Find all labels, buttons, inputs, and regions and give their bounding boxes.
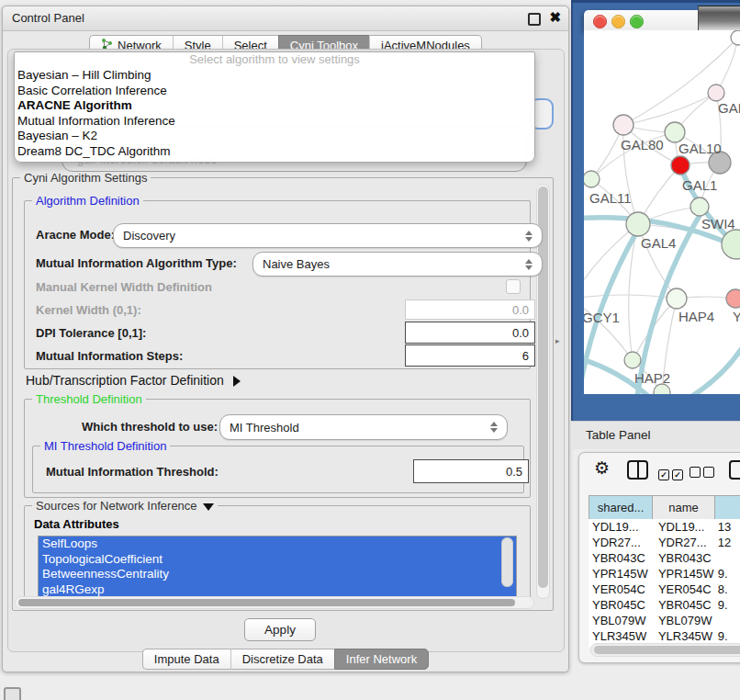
table-row[interactable]: YLR345WYLR345W9.	[589, 628, 740, 644]
apply-button[interactable]: Apply	[244, 618, 316, 641]
mi-threshold-value: 0.5	[506, 465, 522, 479]
network-edge	[584, 299, 633, 360]
split-pane-handle[interactable]: ▸	[555, 336, 560, 345]
sources-group-title[interactable]: Sources for Network Inference	[32, 499, 218, 513]
zoom-traffic-light[interactable]	[630, 15, 644, 28]
algorithm-option-bayesian-k2[interactable]: Bayesian – K2	[15, 129, 534, 144]
gear-icon[interactable]: ⚙	[594, 457, 610, 479]
algorithm-option-bayesian-hill-climbing[interactable]: Bayesian – Hill Climbing	[15, 68, 534, 84]
minimized-panel-icon[interactable]	[4, 687, 21, 700]
mi-threshold-group: MI Threshold Definition Mutual Informati…	[32, 446, 524, 493]
deselect-all-columns-icon[interactable]	[690, 465, 717, 481]
column-header-name[interactable]: name	[653, 495, 715, 520]
table-row[interactable]: YDR27...YDR27...12	[589, 535, 740, 550]
node-label-gal80: GAL80	[621, 137, 664, 152]
manual-kernel-checkbox[interactable]	[506, 279, 521, 294]
settings-horizontal-scrollbar-thumb[interactable]	[18, 599, 515, 606]
new-table-icon[interactable]	[729, 460, 740, 480]
aracne-mode-combobox[interactable]: Discovery	[113, 223, 543, 248]
network-node-hap4[interactable]	[667, 288, 687, 309]
table-panel-titlebar[interactable]: Table Panel	[571, 421, 740, 449]
mi-steps-field[interactable]: 6	[405, 344, 535, 367]
network-node-gal[interactable]	[708, 85, 724, 101]
cyni-mode-tabs: Impute DataDiscretize DataInfer Network	[3, 649, 568, 670]
which-threshold-combobox[interactable]: MI Threshold	[219, 414, 508, 440]
kernel-width-label: Kernel Width (0,1):	[36, 303, 141, 317]
network-edge	[716, 38, 738, 93]
split-columns-icon[interactable]	[627, 460, 648, 480]
dpi-tolerance-label: DPI Tolerance [0,1]:	[36, 326, 146, 340]
table-cell: 9.	[714, 628, 740, 644]
table-cell: 13	[714, 519, 740, 535]
attribute-item-gal4rgexp[interactable]: gal4RGexp	[39, 582, 516, 598]
table-cell: 9.	[714, 566, 740, 581]
network-node-gal4[interactable]	[626, 212, 650, 236]
table-cell: 8.	[714, 581, 740, 597]
select-all-columns-icon[interactable]: ✓✓	[658, 465, 686, 481]
algorithm-option-mutual-information-inference[interactable]: Mutual Information Inference	[15, 114, 534, 130]
mode-tab-impute-data[interactable]: Impute Data	[142, 649, 230, 670]
network-window-titlebar[interactable]	[584, 10, 698, 31]
settings-vertical-scrollbar-thumb[interactable]	[538, 186, 548, 588]
network-node-gal11[interactable]	[584, 171, 600, 187]
table-row[interactable]: YER054CYER054C8.	[589, 581, 740, 597]
close-traffic-light[interactable]	[593, 15, 607, 28]
network-node-y[interactable]	[726, 289, 740, 308]
network-node-hap2[interactable]	[624, 352, 641, 368]
combobox-arrows-icon	[525, 259, 533, 270]
network-node-gal80[interactable]	[613, 115, 633, 135]
column-header-a[interactable]: A	[715, 495, 740, 520]
dpi-tolerance-field[interactable]: 0.0	[405, 322, 535, 344]
attribute-item-topologicalcoefficient[interactable]: TopologicalCoefficient	[39, 552, 516, 568]
network-node-swi4[interactable]	[690, 198, 709, 216]
column-header-shared[interactable]: shared...	[589, 495, 653, 520]
settings-group-title: Cyni Algorithm Settings	[20, 171, 151, 185]
mi-type-combobox[interactable]: Naive Bayes	[252, 252, 543, 277]
table-body: YDL19...YDL19...13YDR27...YDR27...12YBR0…	[589, 519, 740, 648]
float-window-icon[interactable]	[528, 13, 541, 26]
manual-kernel-label: Manual Kernel Width Definition	[36, 280, 212, 294]
mode-tab-infer-network[interactable]: Infer Network	[334, 649, 429, 670]
aracne-mode-label: Aracne Mode:	[36, 228, 115, 242]
background-window-titlebar[interactable]	[698, 6, 740, 31]
algorithm-definition-group: Algorithm Definition Aracne Mode: Discov…	[24, 200, 531, 369]
table-row[interactable]: YBR043CYBR043C	[589, 550, 740, 566]
node-label-gcy1: GCY1	[584, 310, 620, 325]
table-row[interactable]: YDL19...YDL19...13	[589, 519, 740, 535]
table-row[interactable]: YBL079WYBL079W	[589, 613, 740, 628]
table-cell: YBR043C	[649, 550, 714, 566]
network-canvas[interactable]: GALGAL80GAL10GAL1GAL11GAL4SWI4GCY1HAP4YH…	[584, 30, 740, 394]
attributes-list-scrollbar-thumb[interactable]	[501, 537, 513, 587]
network-node[interactable]	[731, 30, 740, 45]
table-cell: YDR27...	[649, 535, 714, 550]
hub-definition-label: Hub/Transcription Factor Definition	[26, 373, 224, 388]
close-icon[interactable]: ✖	[549, 9, 561, 26]
network-node-gal10[interactable]	[665, 122, 685, 142]
table-cell: YER054C	[589, 581, 649, 597]
algorithm-option-basic-correlation-inference[interactable]: Basic Correlation Inference	[15, 84, 534, 99]
control-panel-window: Control Panel ✖ NetworkStyleSelectCyni T…	[2, 6, 569, 672]
minimize-traffic-light[interactable]	[611, 15, 625, 28]
table-cell: 9.	[714, 597, 740, 613]
kernel-width-field[interactable]: 0.0	[405, 299, 535, 320]
table-row[interactable]: YBR045CYBR045C9.	[589, 597, 740, 613]
node-label-gal10: GAL10	[678, 141, 722, 156]
combobox-arrows-icon	[525, 231, 533, 242]
table-panel-title: Table Panel	[586, 428, 651, 442]
network-node-gal1[interactable]	[671, 156, 690, 175]
algorithm-option-aracne-algorithm[interactable]: ARACNE Algorithm	[15, 98, 534, 114]
control-panel-titlebar[interactable]: Control Panel ✖	[3, 6, 568, 31]
attribute-item-betweennesscentrality[interactable]: BetweennessCentrality	[39, 567, 516, 582]
mi-threshold-field[interactable]: 0.5	[413, 459, 529, 483]
kernel-width-value: 0.0	[512, 303, 529, 317]
expanded-arrow-icon	[203, 503, 214, 511]
attribute-item-selfloops[interactable]: SelfLoops	[39, 536, 516, 552]
data-attributes-list[interactable]: SelfLoopsTopologicalCoefficientBetweenne…	[38, 536, 517, 598]
table-horizontal-scrollbar[interactable]	[590, 643, 740, 657]
mode-tab-discretize-data[interactable]: Discretize Data	[230, 649, 334, 670]
hub-definition-toggle[interactable]: Hub/Transcription Factor Definition	[26, 373, 241, 388]
table-horizontal-scrollbar-thumb[interactable]	[594, 646, 740, 654]
algorithm-option-dream8-dc-tdc-algorithm[interactable]: Dream8 DC_TDC Algorithm	[15, 144, 534, 160]
settings-horizontal-scrollbar[interactable]	[15, 596, 534, 609]
table-row[interactable]: YPR145WYPR145W9.	[589, 566, 740, 581]
